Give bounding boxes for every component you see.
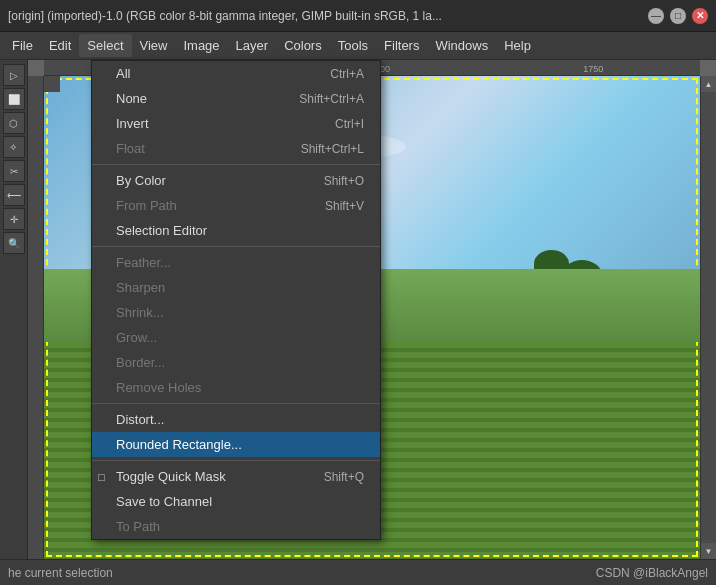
label-distort: Distort... bbox=[116, 412, 164, 427]
tool-fuzzy[interactable]: ⟡ bbox=[3, 136, 25, 158]
label-to-path: To Path bbox=[116, 519, 160, 534]
shortcut-all: Ctrl+A bbox=[310, 67, 364, 81]
menu-colors[interactable]: Colors bbox=[276, 34, 330, 57]
label-rounded-rectangle: Rounded Rectangle... bbox=[116, 437, 242, 452]
status-bar: he current selection CSDN @iBlackAngel bbox=[0, 559, 716, 585]
tool-zoom[interactable]: 🔍 bbox=[3, 232, 25, 254]
shortcut-by-color: Shift+O bbox=[304, 174, 364, 188]
menu-item-to-path[interactable]: To Path bbox=[92, 514, 380, 539]
menu-edit[interactable]: Edit bbox=[41, 34, 79, 57]
separator-3 bbox=[92, 403, 380, 404]
menu-item-invert[interactable]: Invert Ctrl+I bbox=[92, 111, 380, 136]
menu-view[interactable]: View bbox=[132, 34, 176, 57]
label-by-color: By Color bbox=[116, 173, 166, 188]
menu-item-remove-holes[interactable]: Remove Holes bbox=[92, 375, 380, 400]
credit-text: CSDN @iBlackAngel bbox=[596, 566, 708, 580]
label-invert: Invert bbox=[116, 116, 149, 131]
shortcut-invert: Ctrl+I bbox=[315, 117, 364, 131]
menu-item-toggle-quick-mask[interactable]: □ Toggle Quick Mask Shift+Q bbox=[92, 464, 380, 489]
menu-item-border[interactable]: Border... bbox=[92, 350, 380, 375]
menu-item-save-to-channel[interactable]: Save to Channel bbox=[92, 489, 380, 514]
menu-item-sharpen[interactable]: Sharpen bbox=[92, 275, 380, 300]
menu-file[interactable]: File bbox=[4, 34, 41, 57]
label-float: Float bbox=[116, 141, 145, 156]
shortcut-toggle-quick-mask: Shift+Q bbox=[304, 470, 364, 484]
menu-item-rounded-rectangle[interactable]: Rounded Rectangle... bbox=[92, 432, 380, 457]
menu-item-from-path[interactable]: From Path Shift+V bbox=[92, 193, 380, 218]
label-shrink: Shrink... bbox=[116, 305, 164, 320]
label-border: Border... bbox=[116, 355, 165, 370]
menu-item-float[interactable]: Float Shift+Ctrl+L bbox=[92, 136, 380, 161]
tool-measure[interactable]: ⟵ bbox=[3, 184, 25, 206]
label-remove-holes: Remove Holes bbox=[116, 380, 201, 395]
separator-2 bbox=[92, 246, 380, 247]
menu-tools[interactable]: Tools bbox=[330, 34, 376, 57]
check-toggle-quick-mask: □ bbox=[98, 471, 114, 483]
ruler-corner bbox=[44, 76, 60, 92]
tool-rect-select[interactable]: ⬜ bbox=[3, 88, 25, 110]
window-controls: — □ ✕ bbox=[648, 8, 708, 24]
label-toggle-quick-mask: Toggle Quick Mask bbox=[116, 469, 226, 484]
close-button[interactable]: ✕ bbox=[692, 8, 708, 24]
label-save-to-channel: Save to Channel bbox=[116, 494, 212, 509]
shortcut-from-path: Shift+V bbox=[305, 199, 364, 213]
menu-select[interactable]: Select bbox=[79, 34, 131, 57]
menu-windows[interactable]: Windows bbox=[427, 34, 496, 57]
menu-item-none[interactable]: None Shift+Ctrl+A bbox=[92, 86, 380, 111]
shortcut-none: Shift+Ctrl+A bbox=[279, 92, 364, 106]
label-all: All bbox=[116, 66, 130, 81]
separator-4 bbox=[92, 460, 380, 461]
menu-layer[interactable]: Layer bbox=[228, 34, 277, 57]
left-toolbar: ▷ ⬜ ⬡ ⟡ ✂ ⟵ ✛ 🔍 bbox=[0, 60, 28, 559]
select-dropdown-menu: All Ctrl+A None Shift+Ctrl+A Invert Ctrl… bbox=[91, 60, 381, 540]
menu-item-by-color[interactable]: By Color Shift+O bbox=[92, 168, 380, 193]
tool-arrow[interactable]: ▷ bbox=[3, 64, 25, 86]
ruler-left bbox=[28, 76, 44, 559]
menu-item-feather[interactable]: Feather... bbox=[92, 250, 380, 275]
menu-image[interactable]: Image bbox=[175, 34, 227, 57]
menu-help[interactable]: Help bbox=[496, 34, 539, 57]
tool-lasso[interactable]: ⬡ bbox=[3, 112, 25, 134]
shortcut-float: Shift+Ctrl+L bbox=[281, 142, 364, 156]
menu-item-distort[interactable]: Distort... bbox=[92, 407, 380, 432]
tool-move[interactable]: ✛ bbox=[3, 208, 25, 230]
menu-item-grow[interactable]: Grow... bbox=[92, 325, 380, 350]
minimize-button[interactable]: — bbox=[648, 8, 664, 24]
label-sharpen: Sharpen bbox=[116, 280, 165, 295]
label-feather: Feather... bbox=[116, 255, 171, 270]
separator-1 bbox=[92, 164, 380, 165]
menu-bar: File Edit Select View Image Layer Colors… bbox=[0, 32, 716, 60]
tool-crop[interactable]: ✂ bbox=[3, 160, 25, 182]
title-bar: [origin] (imported)-1.0 (RGB color 8-bit… bbox=[0, 0, 716, 32]
label-from-path: From Path bbox=[116, 198, 177, 213]
label-grow: Grow... bbox=[116, 330, 157, 345]
menu-filters[interactable]: Filters bbox=[376, 34, 427, 57]
label-selection-editor: Selection Editor bbox=[116, 223, 207, 238]
menu-item-shrink[interactable]: Shrink... bbox=[92, 300, 380, 325]
menu-item-all[interactable]: All Ctrl+A bbox=[92, 61, 380, 86]
label-none: None bbox=[116, 91, 147, 106]
window-title: [origin] (imported)-1.0 (RGB color 8-bit… bbox=[8, 9, 648, 23]
menu-item-selection-editor[interactable]: Selection Editor bbox=[92, 218, 380, 243]
maximize-button[interactable]: □ bbox=[670, 8, 686, 24]
scroll-down-arrow[interactable]: ▼ bbox=[701, 543, 717, 559]
scroll-up-arrow[interactable]: ▲ bbox=[701, 76, 717, 92]
status-text: he current selection bbox=[8, 566, 113, 580]
right-scrollbar: ▲ ▼ bbox=[700, 76, 716, 559]
